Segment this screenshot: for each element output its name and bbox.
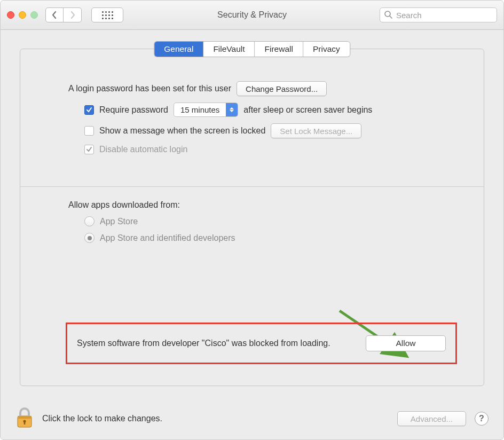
- forward-button[interactable]: [64, 7, 82, 22]
- tab-privacy[interactable]: Privacy: [303, 42, 350, 57]
- section-divider: [20, 186, 484, 187]
- content-panel: General FileVault Firewall Privacy A log…: [20, 49, 484, 386]
- chevron-right-icon: [70, 11, 75, 19]
- password-delay-select[interactable]: 15 minutes: [174, 103, 238, 117]
- gatekeeper-section: Allow apps downloaded from: App Store Ap…: [20, 200, 484, 243]
- tab-firewall[interactable]: Firewall: [255, 42, 303, 57]
- security-privacy-window: Security & Privacy General FileVault Fir…: [0, 0, 504, 440]
- login-password-label: A login password has been set for this u…: [68, 84, 231, 93]
- disable-auto-login-checkbox[interactable]: [84, 145, 94, 154]
- radio-identified-developers: [84, 233, 94, 243]
- nav-back-forward: [45, 7, 82, 22]
- search-wrapper: [380, 7, 497, 22]
- require-password-checkbox[interactable]: [84, 105, 94, 115]
- password-delay-value: 15 minutes: [174, 105, 226, 114]
- minimize-window-icon[interactable]: [19, 11, 26, 19]
- login-section: A login password has been set for this u…: [20, 70, 484, 154]
- chevron-left-icon: [52, 11, 57, 19]
- tab-filevault[interactable]: FileVault: [203, 42, 255, 57]
- search-icon: [384, 10, 392, 21]
- lock-message: Click the lock to make changes.: [42, 414, 162, 423]
- advanced-button[interactable]: Advanced...: [397, 411, 466, 426]
- show-message-checkbox[interactable]: [84, 126, 94, 136]
- after-sleep-label: after sleep or screen saver begins: [243, 105, 372, 115]
- require-password-label: Require password: [99, 105, 168, 115]
- close-window-icon[interactable]: [7, 11, 14, 19]
- radio-app-store-label: App Store: [100, 217, 138, 226]
- svg-line-1: [390, 16, 392, 18]
- svg-rect-6: [24, 421, 26, 425]
- svg-rect-4: [18, 416, 32, 419]
- chevron-up-down-icon: [226, 103, 238, 116]
- lock-icon[interactable]: [15, 407, 34, 430]
- show-all-prefs-button[interactable]: [91, 7, 123, 22]
- tab-bar: General FileVault Firewall Privacy: [154, 42, 350, 57]
- set-lock-message-button: Set Lock Message...: [271, 123, 361, 138]
- back-button[interactable]: [45, 7, 64, 22]
- show-message-label: Show a message when the screen is locked: [99, 126, 265, 136]
- footer-bar: Click the lock to make changes. Advanced…: [1, 398, 503, 439]
- allow-button[interactable]: Allow: [366, 335, 446, 351]
- blocked-software-row: System software from developer "Cisco" w…: [66, 323, 457, 364]
- allow-apps-heading: Allow apps downloaded from:: [68, 200, 180, 210]
- zoom-window-icon: [30, 11, 38, 19]
- radio-app-store: [84, 216, 94, 226]
- blocked-software-message: System software from developer "Cisco" w…: [77, 339, 355, 348]
- titlebar: Security & Privacy: [1, 1, 503, 30]
- help-button[interactable]: ?: [475, 412, 489, 426]
- disable-auto-login-label: Disable automatic login: [99, 145, 187, 154]
- search-input[interactable]: [380, 7, 497, 22]
- traffic-lights: [7, 11, 38, 19]
- change-password-button[interactable]: Change Password...: [237, 81, 327, 96]
- grid-icon: [102, 11, 113, 19]
- radio-identified-developers-label: App Store and identified developers: [100, 233, 235, 243]
- tab-general[interactable]: General: [154, 42, 203, 57]
